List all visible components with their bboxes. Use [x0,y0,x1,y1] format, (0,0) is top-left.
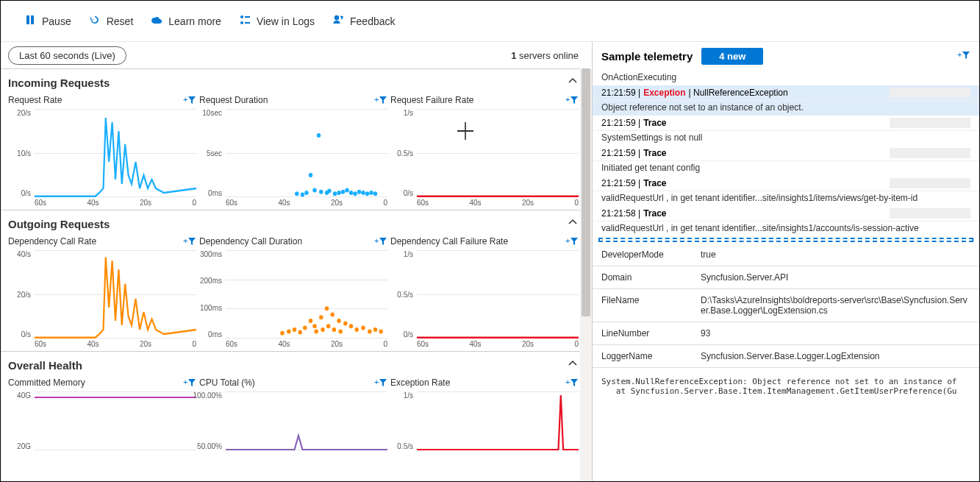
filter-icon[interactable]: + [374,378,387,388]
telemetry-pane: Sample telemetry 4 new + OnActionExecuti… [593,42,979,482]
collapse-icon[interactable] [567,358,579,372]
telemetry-row[interactable]: 21:21:59 | Trace [593,146,979,161]
svg-point-12 [309,173,313,177]
chart-request-duration[interactable]: Request Duration+ 10sec5sec0ms 60s40s20s… [199,91,387,210]
learn-label: Learn more [168,15,221,27]
chart-title: Dependency Call Rate [8,236,96,247]
pin-filter-icon[interactable]: + [957,50,970,63]
logs-icon [239,14,251,28]
svg-point-34 [293,327,297,332]
new-events-button[interactable]: 4 new [701,48,763,65]
toolbar: Pause Reset Learn more View in Logs Feed… [1,1,979,42]
telemetry-message[interactable]: validRequestUrl , in get tenant identifi… [593,191,979,206]
chart-dep-failure[interactable]: Dependency Call Failure Rate+ 1/s0.5/s0/… [390,233,579,351]
telemetry-message[interactable]: SystemSettings is not null [593,131,979,146]
svg-point-13 [312,188,317,192]
scrollbar[interactable] [580,68,592,482]
svg-text:+: + [374,236,379,245]
feedback-label: Feedback [350,15,395,27]
svg-point-6 [335,16,339,20]
telemetry-message[interactable]: Object reference not set to an instance … [593,101,979,116]
telemetry-row[interactable]: 21:21:59 | Trace [593,176,979,191]
chart-title: Exception Rate [390,378,450,388]
collapse-icon[interactable] [567,75,579,90]
svg-text:+: + [183,378,187,386]
svg-text:+: + [183,236,187,245]
svg-point-21 [345,188,349,192]
svg-point-33 [287,329,291,333]
telemetry-message[interactable]: Initiated get tenant config [593,161,979,176]
pause-icon [24,14,36,28]
svg-point-15 [319,190,323,194]
svg-point-39 [314,329,318,333]
property-row[interactable]: LoggerNameSyncfusion.Server.Base.Logger.… [593,345,979,368]
svg-rect-4 [245,16,250,18]
svg-text:+: + [565,95,570,104]
svg-rect-5 [245,22,250,24]
chart-title: Dependency Call Failure Rate [390,236,508,247]
telemetry-row[interactable]: 21:21:58 | Trace [593,206,979,221]
filter-icon[interactable]: + [183,236,196,247]
svg-point-2 [240,15,243,18]
chart-cpu[interactable]: CPU Total (%)+ 100.00%50.00% [199,374,387,450]
telemetry-list: OnActionExecuting21:21:59 | Exception | … [593,71,979,236]
chart-dep-rate[interactable]: Dependency Call Rate+ 40/s20/s0/s 60s40s… [8,233,196,351]
reset-icon [89,14,101,28]
chart-request-failure[interactable]: Request Failure Rate+ 1/s0.5/s0/s 60s40s… [390,91,579,210]
filter-icon[interactable]: + [183,378,196,388]
chart-memory[interactable]: Committed Memory+ 40G20G [8,374,196,450]
svg-point-53 [373,327,378,332]
chart-exception[interactable]: Exception Rate+ 1/s0.5/s [390,374,579,450]
property-row[interactable]: DeveloperModetrue [593,244,979,266]
svg-point-47 [338,329,343,333]
chart-request-rate[interactable]: Request Rate+ 20/s10/s0/s 60s40s20s0 [8,91,196,210]
svg-text:+: + [183,95,187,104]
svg-point-26 [365,191,370,196]
svg-point-9 [295,191,299,196]
feedback-button[interactable]: Feedback [332,14,395,28]
splitter-handle[interactable] [598,238,973,242]
svg-point-10 [301,192,305,196]
reset-button[interactable]: Reset [89,14,134,28]
property-row[interactable]: DomainSyncfusion.Server.API [593,266,979,289]
svg-point-46 [337,319,341,323]
telemetry-row[interactable]: 21:21:59 | Trace [593,116,979,131]
stack-trace: System.NullReferenceException: Object re… [593,368,979,405]
svg-text:+: + [374,378,379,386]
filter-icon[interactable]: + [565,236,579,247]
svg-text:+: + [957,50,962,59]
chart-title: Dependency Call Duration [199,236,302,247]
view-logs-button[interactable]: View in Logs [239,14,315,28]
svg-point-41 [321,327,325,332]
servers-online[interactable]: 1 servers online [511,50,579,61]
telemetry-message[interactable]: validRequestUrl , in get tenant identifi… [593,221,979,236]
collapse-icon[interactable] [567,216,579,231]
filter-icon[interactable]: + [565,378,579,388]
svg-point-25 [361,191,365,195]
telemetry-row[interactable]: 21:21:59 | Exception | NullReferenceExce… [593,85,979,101]
filter-icon[interactable]: + [183,95,196,105]
property-row[interactable]: LineNumber93 [593,322,979,345]
telemetry-title: Sample telemetry [601,50,693,63]
section-outgoing-title: Outgoing Requests [8,218,110,230]
svg-point-43 [326,324,331,328]
svg-point-32 [280,331,285,336]
svg-rect-1 [31,15,34,24]
feedback-icon [332,14,344,28]
svg-point-11 [304,191,309,195]
learn-more-button[interactable]: Learn more [151,14,221,28]
svg-point-50 [354,327,359,332]
chart-dep-duration[interactable]: Dependency Call Duration+ 300ms200ms100m… [199,233,387,351]
property-row[interactable]: FileNameD:\Tasks\AzureInsights\boldrepor… [593,289,979,322]
svg-point-23 [353,191,357,196]
filter-icon[interactable]: + [374,95,387,105]
filter-icon[interactable]: + [565,95,579,105]
svg-text:+: + [565,236,570,245]
time-range-selector[interactable]: Last 60 seconds (Live) [8,46,126,65]
svg-point-28 [373,191,378,196]
pause-button[interactable]: Pause [24,14,71,28]
telemetry-message[interactable]: OnActionExecuting [593,71,979,85]
filter-icon[interactable]: + [374,236,387,247]
svg-point-20 [341,190,346,194]
properties-table: DeveloperModetrueDomainSyncfusion.Server… [593,244,979,368]
